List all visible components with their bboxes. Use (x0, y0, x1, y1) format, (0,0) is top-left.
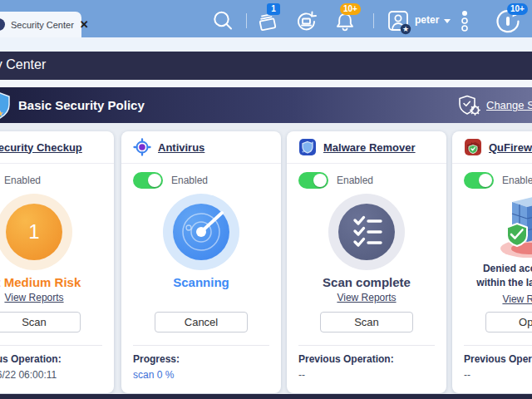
card-antivirus: Antivirus Enabled (121, 131, 281, 393)
sync-icon[interactable] (293, 8, 321, 35)
policy-banner: ★ Basic Security Policy Change Settings (0, 87, 532, 123)
view-reports-link[interactable]: View Reports (502, 293, 532, 307)
toggle-label: Enabled (4, 175, 41, 186)
card-divider (133, 345, 269, 346)
status-text: At Medium Risk (0, 275, 81, 289)
meta-label: Progress: (133, 353, 269, 365)
status-text: Scanning (173, 275, 229, 289)
tasks-badge: 1 (267, 3, 280, 15)
toggle-label: Enabled (502, 175, 532, 186)
enabled-toggle[interactable] (464, 172, 494, 189)
security-shield-icon: ★ (0, 91, 12, 120)
meta-value: -- (298, 369, 435, 381)
view-reports-link[interactable]: View Reports (4, 292, 63, 305)
card-divider (298, 345, 435, 346)
view-reports-link[interactable]: View Reports (337, 292, 396, 305)
card-divider (0, 345, 102, 346)
window-titlebar: Security Center (0, 52, 532, 80)
tab-strip (0, 37, 532, 52)
checklist-icon (338, 204, 395, 260)
window-substrip (0, 80, 532, 87)
change-settings-link[interactable]: Change Settings (486, 99, 532, 111)
user-name[interactable]: peter (415, 14, 439, 26)
malware-remover-icon (298, 138, 317, 156)
scan-button[interactable]: Scan (0, 312, 81, 332)
complete-circle (328, 194, 405, 270)
open-button[interactable]: Open (485, 312, 532, 332)
svg-text:★: ★ (0, 109, 4, 118)
scanning-circle (163, 194, 239, 270)
radar-icon (173, 204, 229, 260)
user-account-icon[interactable]: ★ (385, 9, 413, 36)
window-title: Security Center (0, 57, 46, 72)
meta-value: -- (464, 369, 532, 381)
enabled-toggle[interactable] (298, 172, 328, 189)
change-settings-icon[interactable] (457, 94, 482, 117)
topbar-divider (246, 13, 247, 28)
card-title[interactable]: Antivirus (158, 141, 204, 154)
card-title[interactable]: Malware Remover (323, 141, 416, 154)
monitor-badge: 10+ (507, 3, 528, 15)
risk-count: 1 (28, 220, 39, 244)
topbar-divider (373, 13, 374, 28)
status-text: Denied access times within the last 24 h… (469, 262, 532, 291)
card-divider (464, 345, 532, 346)
tab-title: Security Center (11, 20, 74, 30)
more-menu-icon[interactable] (459, 10, 470, 33)
cards-area: Security Checkup Enabled 1 At Medium Ris… (0, 123, 532, 394)
status-text: Scan complete (323, 275, 411, 289)
tab-app-icon (0, 18, 5, 31)
desktop: Security Center ✕ 1 10+ (0, 0, 532, 399)
toggle-label: Enabled (171, 175, 208, 186)
meta-label: Previous Operation: (0, 353, 102, 365)
tab-security-center[interactable]: Security Center ✕ (0, 12, 81, 37)
toggle-label: Enabled (337, 175, 373, 186)
meta-value: scan 0 % (133, 369, 269, 381)
user-caret-icon[interactable] (444, 19, 451, 23)
search-icon[interactable] (209, 7, 236, 34)
meta-label: Previous Operation: (298, 353, 435, 365)
window-footer (0, 394, 532, 399)
meta-label: Previous Operation: (464, 353, 532, 365)
firewall-illustration (492, 190, 532, 260)
card-qufirewall: QuFirewall Enabled Denied access times w… (452, 131, 532, 393)
card-malware-remover: Malware Remover Enabled (287, 131, 446, 393)
risk-circle: 1 (0, 194, 72, 270)
cancel-button[interactable]: Cancel (155, 312, 248, 332)
alerts-badge: 10+ (340, 3, 361, 15)
card-security-checkup: Security Checkup Enabled 1 At Medium Ris… (0, 131, 114, 393)
enabled-toggle[interactable] (133, 172, 163, 189)
qufirewall-icon (464, 138, 482, 156)
tab-close-icon[interactable]: ✕ (80, 19, 89, 30)
antivirus-icon (133, 138, 151, 156)
scan-button[interactable]: Scan (320, 312, 413, 332)
card-title[interactable]: Security Checkup (0, 141, 82, 154)
svg-text:★: ★ (402, 25, 409, 33)
card-title[interactable]: QuFirewall (489, 141, 532, 154)
meta-value: 2023/06/22 06:00:11 (0, 369, 102, 381)
policy-title: Basic Security Policy (18, 98, 145, 112)
